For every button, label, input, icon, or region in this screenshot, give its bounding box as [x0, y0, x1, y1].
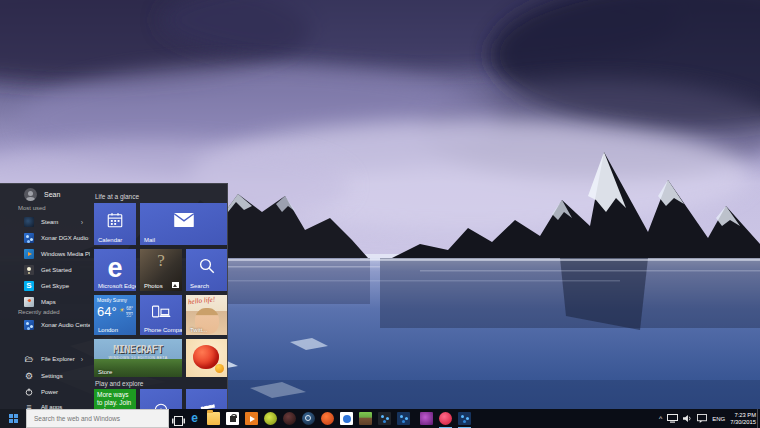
- movies-tv-icon: [186, 389, 228, 409]
- menu-item-label: Get Skype: [41, 283, 69, 289]
- minecraft-logo: MINECRAFT: [94, 344, 182, 355]
- tile-xbox-promo[interactable]: More ways to play. Join us!: [94, 389, 136, 409]
- desktop: Sean Most used Steam Xonar DGX Audio Cen…: [0, 0, 760, 428]
- tray-language-button[interactable]: ENG: [712, 416, 725, 422]
- tile-twitter[interactable]: hello life! Twitt...: [186, 295, 228, 335]
- steam-icon: [24, 217, 34, 227]
- menu-item-all-apps[interactable]: ≡ All apps: [0, 400, 90, 409]
- tray-display-icon[interactable]: [667, 414, 678, 423]
- skype-icon: [24, 281, 34, 291]
- tile-weather[interactable]: Mostly Sunny 64° ☀ 68° 55° London: [94, 295, 136, 335]
- minecraft-subtitle: WINDOWS 10 EDITION BETA: [94, 356, 182, 360]
- taskbar-search[interactable]: [26, 409, 169, 428]
- taskbar-app-icon[interactable]: [340, 412, 353, 425]
- tray-time: 7:23 PM: [730, 412, 756, 419]
- maps-icon: [24, 297, 34, 307]
- menu-item-steam[interactable]: Steam: [0, 215, 90, 229]
- gear-icon: ⚙: [24, 371, 34, 381]
- tile-calendar[interactable]: Calendar: [94, 203, 136, 245]
- tile-label: Search: [190, 283, 209, 289]
- menu-item-settings[interactable]: ⚙ Settings: [0, 369, 90, 383]
- menu-item-power[interactable]: Power: [0, 385, 90, 399]
- tile-label: Phone Compa...: [144, 327, 182, 333]
- user-name: Sean: [44, 191, 60, 198]
- promo-text: More ways to play. Join us!: [97, 391, 133, 409]
- tile-photos[interactable]: ? Photos: [140, 249, 182, 291]
- search-icon: [186, 249, 228, 283]
- taskbar-xonar2-icon[interactable]: [458, 412, 471, 425]
- weather-high: 68°: [126, 306, 133, 311]
- taskbar-game-icon[interactable]: [283, 412, 296, 425]
- sun-icon: ☀: [119, 306, 124, 313]
- taskbar-edge-icon[interactable]: e: [188, 412, 201, 425]
- taskbar-origin-icon[interactable]: [321, 412, 334, 425]
- menu-item-xonar-audio-center[interactable]: Xonar Audio Center: [0, 318, 90, 332]
- tile-label: Calendar: [98, 237, 122, 243]
- user-account-button[interactable]: Sean: [0, 184, 88, 204]
- menu-item-file-explorer[interactable]: 🗁 File Explorer: [0, 352, 90, 366]
- xonar-icon: [24, 233, 34, 243]
- start-menu: Sean Most used Steam Xonar DGX Audio Cen…: [0, 183, 228, 409]
- tile-label: Mail: [144, 237, 155, 243]
- tray-date: 7/30/2015: [730, 419, 756, 426]
- tray-action-center-icon[interactable]: [697, 414, 707, 423]
- calendar-icon: [94, 203, 136, 237]
- system-tray: ^ ENG 7:23 PM 7/30/2015: [659, 409, 756, 428]
- twitter-caption: hello life!: [188, 295, 228, 306]
- taskbar-minecraft-icon[interactable]: [359, 412, 372, 425]
- menu-item-label: File Explorer: [41, 356, 75, 362]
- tile-label: Store: [98, 369, 112, 375]
- tile-label: Twitt...: [190, 327, 207, 333]
- tile-search[interactable]: Search: [186, 249, 228, 291]
- tray-clock[interactable]: 7:23 PM 7/30/2015: [730, 412, 756, 426]
- tile-mail[interactable]: Mail: [140, 203, 228, 245]
- taskbar-store-icon[interactable]: [226, 412, 239, 425]
- menu-item-label: Settings: [41, 373, 63, 379]
- tile-movies-tv[interactable]: [186, 389, 228, 409]
- tile-group-life-at-a-glance: Life at a glance: [95, 193, 139, 200]
- menu-item-xonar-dgx[interactable]: Xonar DGX Audio Center: [0, 231, 90, 245]
- most-used-section-label: Most used: [18, 205, 46, 211]
- menu-item-label: Xonar Audio Center: [41, 322, 90, 328]
- taskbar-xonar-icon[interactable]: [397, 412, 410, 425]
- photos-icon: [172, 282, 179, 288]
- taskbar-game-red-icon[interactable]: [439, 412, 452, 425]
- search-input[interactable]: [27, 415, 168, 422]
- tile-phone-companion[interactable]: Phone Compa...: [140, 295, 182, 335]
- tile-groove-music[interactable]: [140, 389, 182, 409]
- taskbar-music-app-icon[interactable]: [264, 412, 277, 425]
- windows-logo-icon: [9, 414, 18, 423]
- weather-city: London: [98, 327, 118, 333]
- task-view-icon: [172, 415, 185, 427]
- weather-temp: 64°: [97, 304, 117, 319]
- tile-store-minecraft[interactable]: MINECRAFT WINDOWS 10 EDITION BETA Store: [94, 339, 182, 377]
- menu-item-get-skype[interactable]: Get Skype: [0, 279, 90, 293]
- power-icon: [24, 387, 34, 397]
- recently-added-section-label: Recently added: [18, 309, 60, 315]
- phone-companion-icon: [140, 295, 182, 327]
- taskbar-audio-utility-icon[interactable]: [378, 412, 391, 425]
- menu-item-label: Power: [41, 389, 58, 395]
- taskbar: e ^ ENG 7:23 PM 7/30/2015: [0, 409, 760, 428]
- taskbar-file-explorer-icon[interactable]: [207, 412, 220, 425]
- tile-microsoft-edge[interactable]: e Microsoft Edge: [94, 249, 136, 291]
- tray-volume-icon[interactable]: [683, 414, 692, 423]
- menu-item-get-started[interactable]: Get Started: [0, 263, 90, 277]
- taskbar-media-player-icon[interactable]: [245, 412, 258, 425]
- weather-condition: Mostly Sunny: [97, 297, 127, 303]
- taskbar-creative-app-icon[interactable]: [420, 412, 433, 425]
- menu-item-label: Steam: [41, 219, 58, 225]
- all-apps-icon: ≡: [24, 402, 34, 409]
- menu-item-windows-media-player[interactable]: Windows Media Player: [0, 247, 90, 261]
- groove-music-icon: [140, 389, 182, 409]
- menu-item-label: Maps: [41, 299, 56, 305]
- menu-item-maps[interactable]: Maps: [0, 295, 90, 309]
- user-avatar-icon: [24, 188, 37, 201]
- media-player-icon: [24, 249, 34, 259]
- tile-candy-crush-saga[interactable]: [186, 339, 228, 377]
- taskbar-steam-icon[interactable]: [302, 412, 315, 425]
- tile-label: Microsoft Edge: [98, 283, 136, 289]
- start-button[interactable]: [0, 409, 26, 428]
- tray-chevron-up-icon[interactable]: ^: [659, 409, 662, 428]
- task-view-button[interactable]: [172, 413, 185, 425]
